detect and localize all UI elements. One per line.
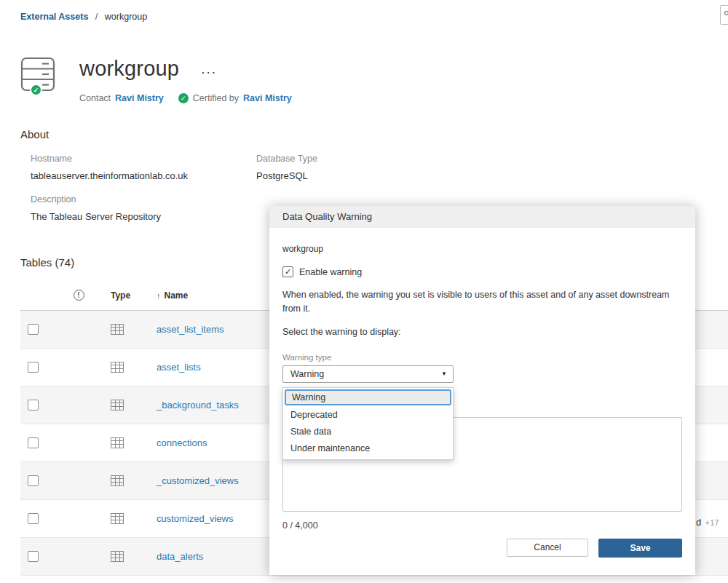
database-icon: ✓	[20, 57, 55, 92]
data-quality-warning-dialog: Data Quality Warning workgroup ✓ Enable …	[269, 206, 695, 575]
asset-header: ✓ workgroup ... Contact Ravi Mistry ✓ Ce…	[20, 57, 292, 103]
row-checkbox[interactable]	[28, 551, 39, 562]
column-header-type[interactable]: Type	[105, 290, 154, 301]
data-quality-column-icon: !	[74, 290, 84, 301]
table-grid-icon	[111, 437, 124, 448]
table-name-link[interactable]: asset_list_items	[157, 324, 223, 335]
enable-warning-checkbox[interactable]: ✓ Enable warning	[282, 266, 682, 277]
character-count: 0 / 4,000	[282, 520, 682, 531]
sort-asc-icon: ↑	[157, 291, 161, 300]
toolbar-partial-icon	[724, 11, 728, 15]
table-grid-icon	[111, 475, 124, 486]
table-grid-icon	[111, 400, 124, 411]
table-name-link[interactable]: _customized_views	[157, 475, 239, 486]
row-checkbox[interactable]	[28, 362, 39, 373]
database-type-value: PostgreSQL	[256, 170, 486, 181]
row-checkbox[interactable]	[28, 437, 39, 448]
caret-down-icon: ▼	[441, 370, 447, 377]
enable-warning-label: Enable warning	[299, 267, 362, 277]
row-checkbox[interactable]	[28, 475, 39, 486]
hostname-label: Hostname	[31, 154, 256, 164]
dialog-select-prompt: Select the warning to display:	[282, 327, 682, 337]
column-header-name-label: Name	[165, 290, 189, 301]
table-grid-icon	[111, 513, 124, 524]
certified-label: Certified by	[193, 93, 239, 103]
dropdown-option-stale-data[interactable]: Stale data	[283, 424, 453, 440]
table-grid-icon	[111, 551, 124, 562]
contact-user-link[interactable]: Ravi Mistry	[115, 93, 164, 103]
dropdown-option-under-maintenance[interactable]: Under maintenance	[283, 440, 453, 457]
row-checkbox[interactable]	[28, 324, 39, 335]
warning-type-menu: Warning Deprecated Stale data Under main…	[282, 387, 454, 460]
cancel-button[interactable]: Cancel	[507, 539, 588, 557]
partial-row-count-badge: +17	[705, 518, 719, 527]
table-name-link[interactable]: customized_views	[157, 513, 234, 524]
dialog-title: Data Quality Warning	[269, 206, 695, 228]
database-type-label: Database Type	[256, 154, 486, 164]
dropdown-option-warning[interactable]: Warning	[285, 389, 451, 405]
dropdown-option-deprecated[interactable]: Deprecated	[283, 407, 453, 424]
dialog-description: When enabled, the warning you set is vis…	[282, 288, 676, 317]
toolbar-partial-button[interactable]	[720, 5, 728, 25]
table-name-link[interactable]: asset_lists	[157, 362, 201, 373]
contact-label: Contact	[79, 93, 111, 103]
save-button[interactable]: Save	[598, 539, 682, 558]
breadcrumb-external-assets-link[interactable]: External Assets	[20, 12, 88, 22]
row-checkbox[interactable]	[28, 513, 39, 524]
certified-check-icon: ✓	[178, 93, 189, 103]
row-checkbox[interactable]	[28, 400, 39, 411]
breadcrumb-current: workgroup	[105, 12, 147, 22]
dialog-asset-name: workgroup	[282, 244, 682, 254]
table-grid-icon	[111, 362, 124, 373]
table-name-link[interactable]: _background_tasks	[157, 400, 239, 411]
warning-type-selected-value: Warning	[290, 369, 324, 379]
certified-badge-icon: ✓	[30, 84, 42, 96]
partial-row-text: d+17	[696, 517, 719, 528]
description-value: The Tableau Server Repository	[31, 211, 256, 222]
hostname-value: tableauserver.theinformationlab.co.uk	[31, 170, 256, 181]
certified-user-link[interactable]: Ravi Mistry	[243, 93, 292, 103]
page-title: workgroup	[79, 57, 179, 81]
table-name-link[interactable]: connections	[157, 437, 207, 448]
warning-type-label: Warning type	[282, 353, 682, 362]
more-actions-button[interactable]: ...	[201, 66, 217, 73]
checkbox-checked-icon: ✓	[282, 266, 293, 277]
partial-row-text-fragment: d	[696, 517, 701, 528]
breadcrumb-separator: /	[95, 12, 98, 22]
breadcrumb: External Assets / workgroup	[20, 12, 147, 22]
warning-type-select[interactable]: Warning ▼	[282, 365, 454, 383]
description-label: Description	[31, 194, 256, 205]
about-title: About	[20, 128, 486, 140]
table-grid-icon	[111, 324, 124, 335]
table-name-link[interactable]: data_alerts	[157, 551, 203, 562]
